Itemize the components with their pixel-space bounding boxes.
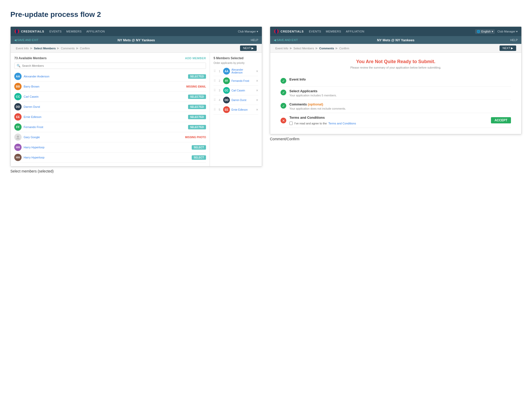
selected-avatar-4: DD xyxy=(223,97,230,103)
comments-title-label: Comments xyxy=(289,102,307,106)
screen2-nav-links: EVENTS MEMBERS AFFILIATION xyxy=(309,30,475,33)
select-harry2-button[interactable]: SELECT xyxy=(192,155,206,160)
nav-affiliation[interactable]: AFFILIATION xyxy=(86,30,105,33)
screen2-label: Comment/Confirm xyxy=(270,137,522,141)
panel-header: 73 Available Members ADD MEMBER xyxy=(14,56,206,60)
not-ready-subtitle: Please review the summary of your applic… xyxy=(281,66,511,69)
step-select-members-label: Select Members xyxy=(34,47,56,50)
avatar-harry1: HH xyxy=(14,144,22,151)
remove-2-button[interactable]: × xyxy=(256,79,258,83)
step-select-members: Select Members xyxy=(34,47,56,50)
event-info-check-icon: ✓ xyxy=(281,78,286,84)
step-confirm-label: Confirm xyxy=(80,47,90,50)
avatar-fernando: FF xyxy=(14,123,22,131)
terms-checkbox[interactable] xyxy=(289,122,293,125)
avatar-barry: BB xyxy=(14,83,22,90)
english-dropdown[interactable]: 🌐 English ▾ xyxy=(475,29,495,34)
screen2-nav-affiliation[interactable]: AFFILIATION xyxy=(346,30,364,33)
screen1-save-exit[interactable]: ◀ SAVE AND EXIT xyxy=(14,38,75,42)
screen2-arrow2: ▶ xyxy=(316,46,318,50)
status-alexander[interactable]: SELECTED xyxy=(188,74,206,79)
selected-row-3: ⠿ 3 CC Carl Casein × xyxy=(214,86,258,95)
drag-handle-4[interactable]: ⠿ xyxy=(214,98,216,102)
accept-button[interactable]: ACCEPT xyxy=(491,117,511,123)
screen1-steps-bar: Event Info ▶ Select Members ▶ Comments ▶… xyxy=(11,44,262,53)
member-name-ernie[interactable]: Ernie Edleson xyxy=(24,115,186,118)
member-name-alexander[interactable]: Alexander Anderson xyxy=(24,75,186,78)
available-count: 73 Available Members xyxy=(14,56,47,60)
drag-handle-3[interactable]: ⠿ xyxy=(214,89,216,92)
avatar-carl: CC xyxy=(14,93,22,100)
arrow3: ▶ xyxy=(76,46,78,50)
member-name-fernando[interactable]: Fernando Frost xyxy=(24,125,186,129)
member-name-harry1[interactable]: Harry Hyperloop xyxy=(24,146,190,149)
club-manager-label[interactable]: Club Manager ▾ xyxy=(238,30,258,33)
page-title: Pre-update process flow 2 xyxy=(10,10,522,19)
status-fernando[interactable]: SELECTED xyxy=(188,125,206,129)
remove-4-button[interactable]: × xyxy=(256,98,258,102)
confirm-terms: ✕ Terms and Conditions I've read and agr… xyxy=(281,113,511,128)
next-button[interactable]: NEXT ▶ xyxy=(240,45,257,51)
screen2-save-exit[interactable]: ◀ SAVE AND EXIT xyxy=(274,38,335,42)
selected-name-3: Carl Casein xyxy=(231,89,255,92)
status-barry: MISSING EMAIL xyxy=(186,85,206,88)
screen1-help[interactable]: HELP xyxy=(197,38,258,42)
member-list-panel: 73 Available Members ADD MEMBER 🔍 AA Ale… xyxy=(11,53,210,166)
select-applicants-detail: Your application includes 5 members. xyxy=(289,94,511,97)
nav-members[interactable]: MEMBERS xyxy=(66,30,82,33)
avatar-ernie: EE xyxy=(14,113,22,121)
member-name-gary[interactable]: Gary Google xyxy=(24,136,183,139)
member-name-harry2[interactable]: Harry Hyperloop xyxy=(24,156,190,159)
select-harry1-button[interactable]: SELECT xyxy=(192,145,206,150)
confirm-comments: ✓ Comments (optional) Your application d… xyxy=(281,100,511,113)
avatar-darren: DD xyxy=(14,103,22,110)
comments-detail: Your application does not include commen… xyxy=(289,107,511,110)
drag-handle-2[interactable]: ⠿ xyxy=(214,79,216,83)
status-carl[interactable]: SELECTED xyxy=(188,95,206,99)
screen1-window: CREDENTIALS EVENTS MEMBERS AFFILIATION C… xyxy=(10,26,262,167)
terms-text-label: I've read and agree to the xyxy=(294,122,327,125)
screen2-arrow1: ▶ xyxy=(290,46,292,50)
member-name-carl[interactable]: Carl Casein xyxy=(24,95,186,98)
screen2-nav-members[interactable]: MEMBERS xyxy=(326,30,341,33)
member-name-barry[interactable]: Barry Brown xyxy=(24,85,184,88)
drag-handle-5[interactable]: ⠿ xyxy=(214,108,216,111)
member-name-darren[interactable]: Darren Durst xyxy=(24,105,186,108)
remove-5-button[interactable]: × xyxy=(256,108,258,112)
terms-x-icon: ✕ xyxy=(281,118,286,123)
search-icon: 🔍 xyxy=(17,64,21,68)
terms-link[interactable]: Terms and Conditions xyxy=(328,122,356,125)
screen2-club-manager[interactable]: Club Manager ▾ xyxy=(497,30,518,33)
screen2-step-comments-label: Comments xyxy=(319,47,334,50)
drag-handle-1[interactable]: ⠿ xyxy=(214,69,216,73)
add-member-button[interactable]: ADD MEMBER xyxy=(185,57,206,60)
screen2-logo: CREDENTIALS xyxy=(274,29,304,34)
selected-panel: 5 Members Selected Order applicants by p… xyxy=(210,53,262,166)
screen2-step-confirm-label: Confirm xyxy=(339,47,349,50)
screen2-sub-nav: ◀ SAVE AND EXIT NY Mets @ NY Yankees HEL… xyxy=(270,36,521,44)
step-comments: Comments xyxy=(61,47,75,50)
remove-3-button[interactable]: × xyxy=(256,88,258,92)
screen2-help[interactable]: HELP xyxy=(457,38,518,42)
screen2-steps-bar: Event Info ▶ Select Members ▶ Comments ▶… xyxy=(270,44,521,53)
screen2-next-button[interactable]: NEXT ▶ xyxy=(500,45,516,51)
screen1-sub-nav: ◀ SAVE AND EXIT NY Mets @ NY Yankees HEL… xyxy=(11,36,262,44)
remove-1-button[interactable]: × xyxy=(256,69,258,73)
screen1-main: 73 Available Members ADD MEMBER 🔍 AA Ale… xyxy=(11,53,262,166)
selected-avatar-2: FF xyxy=(223,77,230,84)
selected-row-1: ⠿ 1 AA Alexander Anderson × xyxy=(214,66,258,76)
selected-name-2: Fernando Frost xyxy=(231,79,255,82)
confirm-content: You Are Not Quite Ready to Submit. Pleas… xyxy=(270,53,521,134)
screen2-nav-events[interactable]: EVENTS xyxy=(309,30,321,33)
search-input[interactable] xyxy=(22,64,204,67)
screen2-step-event-info-label: Event Info xyxy=(275,47,288,50)
member-row-gary: Gary Google MISSING PHOTO xyxy=(14,132,206,142)
screen1-nav-right: Club Manager ▾ xyxy=(238,30,258,33)
comments-title: Comments (optional) xyxy=(289,102,511,106)
avatar-alexander: AA xyxy=(14,73,22,80)
status-ernie[interactable]: SELECTED xyxy=(188,115,206,119)
svg-point-4 xyxy=(275,29,277,34)
status-darren[interactable]: SELECTED xyxy=(188,105,206,109)
status-gary: MISSING PHOTO xyxy=(185,136,206,139)
nav-events[interactable]: EVENTS xyxy=(49,30,62,33)
